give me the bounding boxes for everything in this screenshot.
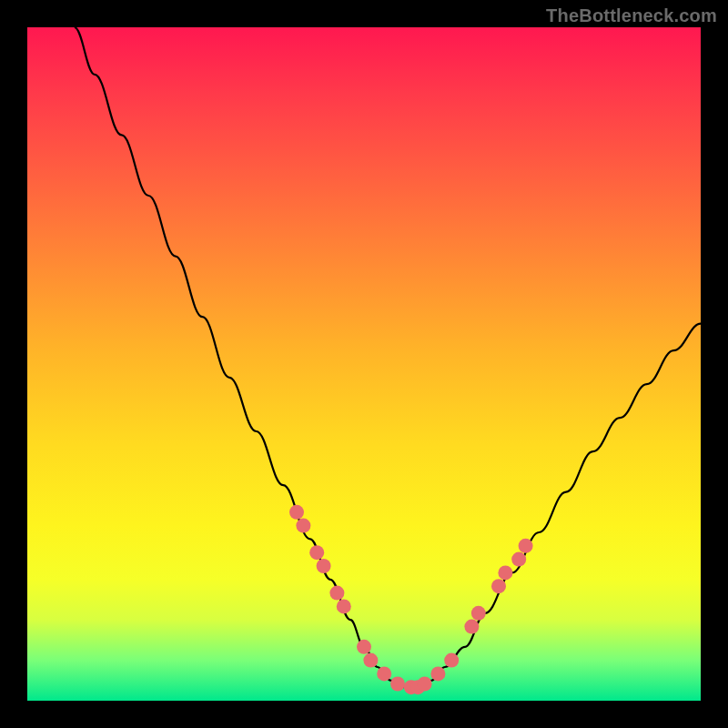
curve-marker: [390, 677, 405, 692]
curve-marker: [498, 565, 512, 580]
curve-marker: [519, 539, 533, 553]
curve-marker: [329, 586, 344, 601]
bottleneck-curve-path: [75, 27, 701, 687]
curve-marker: [296, 519, 310, 533]
curve-marker: [357, 640, 371, 654]
curve-marker: [491, 579, 506, 593]
curve-marker: [337, 599, 351, 613]
curve-marker: [471, 606, 486, 621]
curve-marker: [289, 505, 304, 520]
chart-svg: [27, 27, 701, 701]
curve-marker: [418, 677, 432, 692]
curve-marker: [309, 545, 324, 560]
curve-marker: [430, 666, 445, 681]
watermark-label: TheBottleneck.com: [546, 5, 717, 26]
curve-marker: [377, 666, 391, 681]
curve-marker: [363, 653, 378, 668]
chart-frame: TheBottleneck.com: [0, 0, 728, 728]
curve-marker: [444, 653, 459, 668]
curve-marker: [464, 620, 479, 634]
curve-marker: [317, 559, 331, 573]
curve-marker: [511, 552, 526, 567]
